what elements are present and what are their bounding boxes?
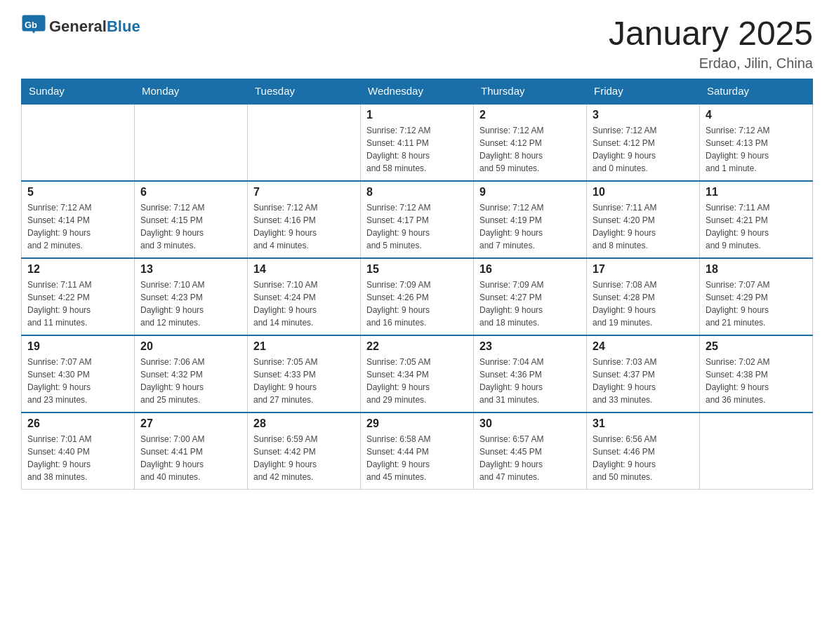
day-info: Sunrise: 7:07 AMSunset: 4:29 PMDaylight:… xyxy=(706,279,807,329)
day-info: Sunrise: 7:02 AMSunset: 4:38 PMDaylight:… xyxy=(706,356,807,406)
day-info: Sunrise: 7:12 AMSunset: 4:13 PMDaylight:… xyxy=(706,124,807,175)
day-info: Sunrise: 7:06 AMSunset: 4:32 PMDaylight:… xyxy=(140,356,241,406)
day-info: Sunrise: 7:12 AMSunset: 4:12 PMDaylight:… xyxy=(479,124,581,175)
logo-icon: Gb xyxy=(21,14,46,39)
calendar-cell xyxy=(248,104,361,181)
calendar-cell xyxy=(700,412,813,490)
day-info: Sunrise: 7:10 AMSunset: 4:23 PMDaylight:… xyxy=(140,279,241,329)
day-info: Sunrise: 7:01 AMSunset: 4:40 PMDaylight:… xyxy=(27,433,128,483)
day-number: 7 xyxy=(253,186,355,199)
day-info: Sunrise: 7:09 AMSunset: 4:26 PMDaylight:… xyxy=(366,279,468,329)
calendar-cell: 7Sunrise: 7:12 AMSunset: 4:16 PMDaylight… xyxy=(248,181,361,258)
calendar-cell: 25Sunrise: 7:02 AMSunset: 4:38 PMDayligh… xyxy=(700,335,813,412)
calendar-cell: 11Sunrise: 7:11 AMSunset: 4:21 PMDayligh… xyxy=(700,181,813,258)
title-block: January 2025 Erdao, Jilin, China xyxy=(609,14,813,72)
calendar-title: January 2025 xyxy=(609,14,813,53)
day-number: 14 xyxy=(253,263,355,276)
day-number: 1 xyxy=(366,109,468,121)
day-info: Sunrise: 7:11 AMSunset: 4:20 PMDaylight:… xyxy=(593,201,694,252)
day-number: 5 xyxy=(27,186,128,199)
day-number: 16 xyxy=(479,263,581,276)
calendar-cell: 22Sunrise: 7:05 AMSunset: 4:34 PMDayligh… xyxy=(361,335,474,412)
calendar-subtitle: Erdao, Jilin, China xyxy=(609,55,813,72)
calendar-cell: 9Sunrise: 7:12 AMSunset: 4:19 PMDaylight… xyxy=(474,181,587,258)
day-info: Sunrise: 7:04 AMSunset: 4:36 PMDaylight:… xyxy=(479,356,581,406)
header: Gb GeneralBlue January 2025 Erdao, Jilin… xyxy=(21,14,813,72)
calendar-week-row: 12Sunrise: 7:11 AMSunset: 4:22 PMDayligh… xyxy=(22,258,813,335)
calendar-cell: 19Sunrise: 7:07 AMSunset: 4:30 PMDayligh… xyxy=(22,335,135,412)
day-number: 29 xyxy=(366,417,468,430)
calendar-cell: 30Sunrise: 6:57 AMSunset: 4:45 PMDayligh… xyxy=(474,412,587,490)
day-number: 27 xyxy=(140,417,241,430)
calendar-cell: 29Sunrise: 6:58 AMSunset: 4:44 PMDayligh… xyxy=(361,412,474,490)
day-number: 10 xyxy=(593,186,694,199)
day-number: 11 xyxy=(706,186,807,199)
day-number: 17 xyxy=(593,263,694,276)
day-info: Sunrise: 7:11 AMSunset: 4:22 PMDaylight:… xyxy=(27,279,128,329)
day-info: Sunrise: 7:03 AMSunset: 4:37 PMDaylight:… xyxy=(593,356,694,406)
calendar-cell: 4Sunrise: 7:12 AMSunset: 4:13 PMDaylight… xyxy=(700,104,813,181)
day-number: 12 xyxy=(27,263,128,276)
calendar-week-row: 19Sunrise: 7:07 AMSunset: 4:30 PMDayligh… xyxy=(22,335,813,412)
calendar-cell: 28Sunrise: 6:59 AMSunset: 4:42 PMDayligh… xyxy=(248,412,361,490)
day-info: Sunrise: 7:11 AMSunset: 4:21 PMDaylight:… xyxy=(706,201,807,252)
day-info: Sunrise: 6:59 AMSunset: 4:42 PMDaylight:… xyxy=(253,433,355,483)
day-info: Sunrise: 7:12 AMSunset: 4:11 PMDaylight:… xyxy=(366,124,468,175)
day-number: 4 xyxy=(706,109,807,121)
day-info: Sunrise: 7:05 AMSunset: 4:34 PMDaylight:… xyxy=(366,356,468,406)
calendar-cell: 8Sunrise: 7:12 AMSunset: 4:17 PMDaylight… xyxy=(361,181,474,258)
day-number: 26 xyxy=(27,417,128,430)
calendar-cell: 5Sunrise: 7:12 AMSunset: 4:14 PMDaylight… xyxy=(22,181,135,258)
logo: Gb GeneralBlue xyxy=(21,14,140,39)
svg-text:Gb: Gb xyxy=(25,20,37,30)
calendar-cell xyxy=(22,104,135,181)
day-number: 23 xyxy=(479,340,581,353)
day-info: Sunrise: 7:12 AMSunset: 4:19 PMDaylight:… xyxy=(479,201,581,252)
col-header-friday: Friday xyxy=(587,79,700,104)
calendar-cell: 24Sunrise: 7:03 AMSunset: 4:37 PMDayligh… xyxy=(587,335,700,412)
calendar-cell: 26Sunrise: 7:01 AMSunset: 4:40 PMDayligh… xyxy=(22,412,135,490)
day-number: 6 xyxy=(140,186,241,199)
calendar-week-row: 5Sunrise: 7:12 AMSunset: 4:14 PMDaylight… xyxy=(22,181,813,258)
day-number: 31 xyxy=(593,417,694,430)
day-number: 20 xyxy=(140,340,241,353)
col-header-wednesday: Wednesday xyxy=(361,79,474,104)
calendar-cell: 15Sunrise: 7:09 AMSunset: 4:26 PMDayligh… xyxy=(361,258,474,335)
col-header-saturday: Saturday xyxy=(700,79,813,104)
day-info: Sunrise: 6:56 AMSunset: 4:46 PMDaylight:… xyxy=(593,433,694,483)
calendar-week-row: 1Sunrise: 7:12 AMSunset: 4:11 PMDaylight… xyxy=(22,104,813,181)
col-header-tuesday: Tuesday xyxy=(248,79,361,104)
day-number: 22 xyxy=(366,340,468,353)
calendar-cell: 12Sunrise: 7:11 AMSunset: 4:22 PMDayligh… xyxy=(22,258,135,335)
calendar-cell: 21Sunrise: 7:05 AMSunset: 4:33 PMDayligh… xyxy=(248,335,361,412)
col-header-thursday: Thursday xyxy=(474,79,587,104)
day-info: Sunrise: 7:12 AMSunset: 4:15 PMDaylight:… xyxy=(140,201,241,252)
day-info: Sunrise: 7:07 AMSunset: 4:30 PMDaylight:… xyxy=(27,356,128,406)
day-number: 30 xyxy=(479,417,581,430)
logo-general-text: General xyxy=(49,18,107,35)
day-info: Sunrise: 6:57 AMSunset: 4:45 PMDaylight:… xyxy=(479,433,581,483)
calendar-cell: 6Sunrise: 7:12 AMSunset: 4:15 PMDaylight… xyxy=(135,181,248,258)
day-number: 15 xyxy=(366,263,468,276)
calendar-cell: 13Sunrise: 7:10 AMSunset: 4:23 PMDayligh… xyxy=(135,258,248,335)
calendar-cell: 3Sunrise: 7:12 AMSunset: 4:12 PMDaylight… xyxy=(587,104,700,181)
day-number: 13 xyxy=(140,263,241,276)
day-info: Sunrise: 7:12 AMSunset: 4:12 PMDaylight:… xyxy=(593,124,694,175)
day-number: 3 xyxy=(593,109,694,121)
calendar-table: SundayMondayTuesdayWednesdayThursdayFrid… xyxy=(21,79,813,490)
day-number: 21 xyxy=(253,340,355,353)
day-info: Sunrise: 7:10 AMSunset: 4:24 PMDaylight:… xyxy=(253,279,355,329)
col-header-sunday: Sunday xyxy=(22,79,135,104)
calendar-cell: 2Sunrise: 7:12 AMSunset: 4:12 PMDaylight… xyxy=(474,104,587,181)
day-number: 28 xyxy=(253,417,355,430)
day-number: 8 xyxy=(366,186,468,199)
calendar-cell xyxy=(135,104,248,181)
day-info: Sunrise: 7:08 AMSunset: 4:28 PMDaylight:… xyxy=(593,279,694,329)
calendar-cell: 31Sunrise: 6:56 AMSunset: 4:46 PMDayligh… xyxy=(587,412,700,490)
calendar-cell: 27Sunrise: 7:00 AMSunset: 4:41 PMDayligh… xyxy=(135,412,248,490)
day-number: 19 xyxy=(27,340,128,353)
calendar-cell: 16Sunrise: 7:09 AMSunset: 4:27 PMDayligh… xyxy=(474,258,587,335)
calendar-cell: 18Sunrise: 7:07 AMSunset: 4:29 PMDayligh… xyxy=(700,258,813,335)
day-info: Sunrise: 6:58 AMSunset: 4:44 PMDaylight:… xyxy=(366,433,468,483)
calendar-cell: 1Sunrise: 7:12 AMSunset: 4:11 PMDaylight… xyxy=(361,104,474,181)
